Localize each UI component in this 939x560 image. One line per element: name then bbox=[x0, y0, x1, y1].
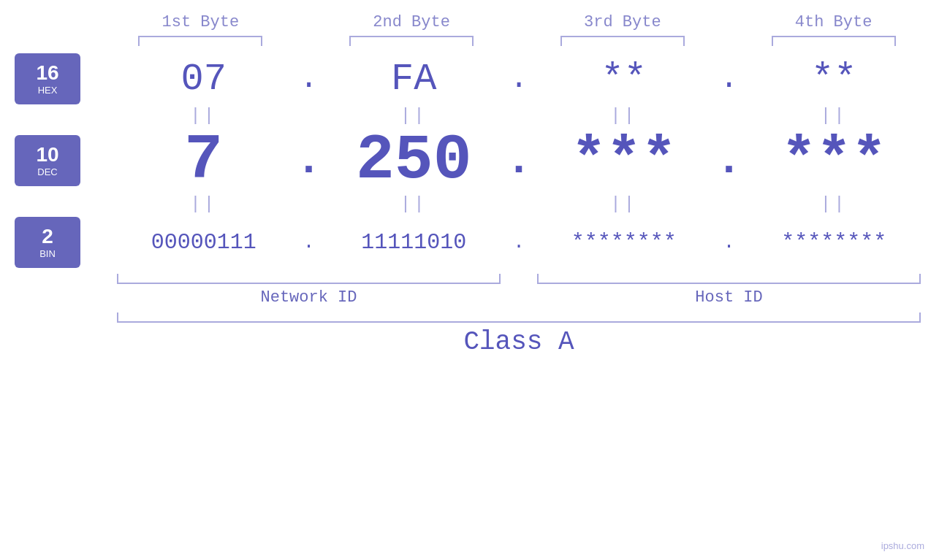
bin-dot-3: . bbox=[711, 231, 748, 253]
hex-badge: 16 HEX bbox=[15, 53, 80, 104]
eq1-4: || bbox=[748, 106, 921, 126]
dec-val-3: *** bbox=[537, 131, 711, 190]
main-container: 1st Byte 2nd Byte 3rd Byte 4th Byte 16 H… bbox=[0, 0, 939, 560]
eq2-3: || bbox=[537, 194, 711, 214]
eq2-4: || bbox=[748, 194, 921, 214]
bin-val-2: 11111010 bbox=[327, 230, 501, 255]
network-bracket-group: Network ID bbox=[117, 274, 501, 307]
eq1-1: || bbox=[117, 106, 291, 126]
eq1-2: || bbox=[327, 106, 501, 126]
bracket-cell-4 bbox=[746, 36, 921, 46]
host-id-label: Host ID bbox=[695, 288, 762, 307]
bin-val-4: ******** bbox=[748, 230, 921, 255]
class-label: Class A bbox=[117, 327, 921, 357]
bin-badge: 2 BIN bbox=[15, 217, 80, 268]
dec-badge: 10 DEC bbox=[15, 135, 80, 186]
dec-row: 10 DEC 7 . 250 . *** . *** bbox=[0, 129, 939, 193]
top-bracket-4 bbox=[772, 36, 896, 46]
dec-dot-1: . bbox=[291, 136, 327, 185]
bin-row: 2 BIN 00000111 . 11111010 . ******** . *… bbox=[0, 217, 939, 268]
hex-dot-3: . bbox=[711, 61, 748, 96]
bracket-cell-3 bbox=[536, 36, 710, 46]
hex-val-4: ** bbox=[748, 58, 921, 101]
bin-dot-2: . bbox=[501, 231, 537, 253]
network-id-label: Network ID bbox=[260, 288, 357, 307]
bin-badge-number: 2 bbox=[42, 226, 53, 248]
eq1-3: || bbox=[537, 106, 711, 126]
hex-row: 16 HEX 07 . FA . ** . ** bbox=[0, 53, 939, 104]
bottom-brackets-row: Network ID Host ID bbox=[0, 274, 939, 307]
dec-badge-label: DEC bbox=[37, 166, 57, 177]
top-brackets-row bbox=[0, 36, 939, 46]
eq2-1: || bbox=[117, 194, 291, 214]
dec-dot-3: . bbox=[711, 136, 748, 185]
hex-badge-number: 16 bbox=[36, 62, 58, 85]
byte-headers-row: 1st Byte 2nd Byte 3rd Byte 4th Byte bbox=[0, 0, 939, 31]
dec-dot-2: . bbox=[501, 136, 537, 185]
byte-header-2: 2nd Byte bbox=[324, 13, 499, 31]
host-bracket-group: Host ID bbox=[537, 274, 921, 307]
hex-val-3: ** bbox=[537, 58, 711, 101]
bracket-cell-1 bbox=[113, 36, 288, 46]
full-bottom-bracket bbox=[117, 312, 921, 323]
watermark: ipshu.com bbox=[881, 540, 924, 551]
bin-val-3: ******** bbox=[537, 230, 711, 255]
dec-val-4: *** bbox=[748, 131, 921, 190]
top-bracket-1 bbox=[138, 36, 262, 46]
network-bracket-line bbox=[117, 274, 501, 284]
hex-val-2: FA bbox=[327, 58, 501, 101]
host-bracket-line bbox=[537, 274, 921, 284]
top-bracket-2 bbox=[349, 36, 474, 46]
byte-header-1: 1st Byte bbox=[113, 13, 288, 31]
byte-header-4: 4th Byte bbox=[746, 13, 921, 31]
hex-dot-1: . bbox=[291, 61, 327, 96]
bracket-cell-2 bbox=[324, 36, 499, 46]
bin-dot-1: . bbox=[291, 231, 327, 253]
hex-dot-2: . bbox=[501, 61, 537, 96]
hex-badge-label: HEX bbox=[38, 85, 58, 96]
top-bracket-3 bbox=[560, 36, 685, 46]
bin-badge-label: BIN bbox=[39, 248, 56, 259]
hex-val-1: 07 bbox=[117, 58, 291, 101]
eq2-2: || bbox=[327, 194, 501, 214]
byte-header-3: 3rd Byte bbox=[536, 13, 710, 31]
dec-badge-number: 10 bbox=[36, 144, 58, 166]
equals-row-2: || || || || bbox=[0, 194, 939, 214]
equals-row-1: || || || || bbox=[0, 106, 939, 126]
bin-val-1: 00000111 bbox=[117, 230, 291, 255]
full-bracket-row: Class A bbox=[0, 312, 939, 357]
dec-val-1: 7 bbox=[117, 129, 291, 193]
dec-val-2: 250 bbox=[327, 129, 501, 193]
